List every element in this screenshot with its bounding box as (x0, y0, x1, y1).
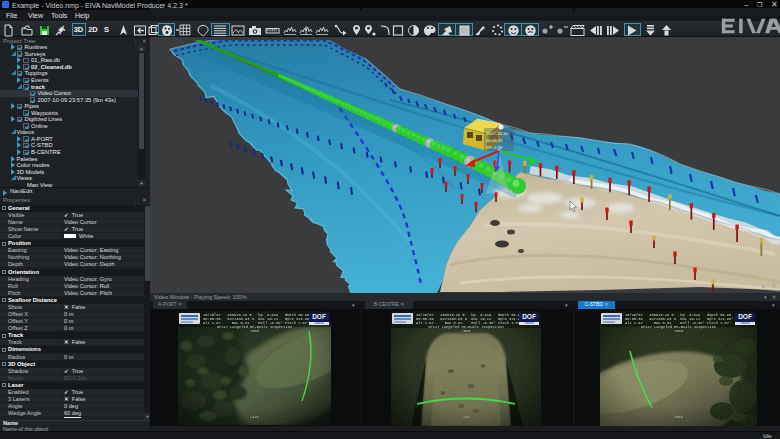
svg-text:2007-10-10: 2007-10-10 (486, 131, 509, 136)
svg-text:✕: ✕ (771, 283, 776, 289)
svg-text:KP: 0.95: KP: 0.95 (486, 145, 503, 150)
svg-text:00:05:37: 00:05:37 (486, 138, 503, 143)
svg-text:▴: ▴ (762, 283, 765, 289)
